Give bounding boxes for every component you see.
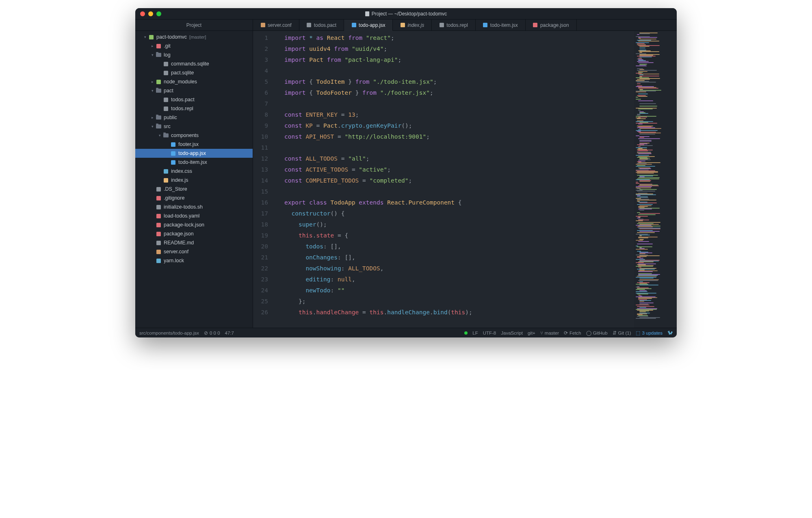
- updates[interactable]: ⬚ 3 updates: [636, 330, 663, 336]
- chevron-icon[interactable]: [150, 258, 155, 263]
- tree-item-package-lock-json[interactable]: package-lock.json: [135, 220, 253, 229]
- chevron-icon[interactable]: [150, 240, 155, 245]
- tree-item-todo-app-jsx[interactable]: todo-app.jsx: [135, 149, 253, 158]
- tree-item-yarn-lock[interactable]: yarn.lock: [135, 256, 253, 265]
- github[interactable]: ◯ GitHub: [586, 330, 608, 336]
- chevron-icon[interactable]: ▸: [150, 115, 155, 120]
- diagnostics[interactable]: ⊘ 0 0 0: [204, 330, 220, 336]
- tree-item-components[interactable]: ▾components: [135, 131, 253, 140]
- chevron-icon[interactable]: [165, 142, 169, 147]
- tree-item-server-conf[interactable]: server.conf: [135, 247, 253, 256]
- tree-item-index-js[interactable]: index.js: [135, 176, 253, 185]
- tree-item-todos-repl[interactable]: todos.repl: [135, 104, 253, 113]
- tree-item-initialize-todos-sh[interactable]: initialize-todos.sh: [135, 202, 253, 211]
- tab-server-conf[interactable]: server.conf: [253, 20, 299, 30]
- tab-todo-item-jsx[interactable]: todo-item.jsx: [476, 20, 526, 30]
- tree-item-commands-sqlite[interactable]: commands.sqlite: [135, 59, 253, 68]
- clean-status[interactable]: [464, 331, 468, 335]
- chevron-icon[interactable]: [157, 106, 162, 111]
- zoom-window-button[interactable]: [156, 11, 161, 16]
- branch-icon: ⑂: [540, 331, 543, 335]
- code[interactable]: import * as React from "react";import uu…: [275, 31, 634, 328]
- tree-item--gitignore[interactable]: .gitignore: [135, 194, 253, 202]
- chevron-icon[interactable]: ▾: [150, 52, 155, 57]
- language[interactable]: JavaScript: [501, 331, 523, 335]
- squirrel-icon[interactable]: 🐿: [667, 330, 673, 336]
- chevron-icon[interactable]: ▸: [150, 44, 155, 48]
- json-icon: [156, 222, 161, 228]
- encoding[interactable]: UTF-8: [483, 331, 496, 335]
- tree-item-label: todos.pact: [171, 97, 195, 102]
- tree-item-index-css[interactable]: index.css: [135, 167, 253, 176]
- conf-icon: [260, 23, 265, 28]
- tree-item-todos-pact[interactable]: todos.pact: [135, 95, 253, 104]
- tree-item-footer-jsx[interactable]: footer.jsx: [135, 140, 253, 149]
- tree-item-node-modules[interactable]: ▸node_modules: [135, 77, 253, 86]
- tab-index-js[interactable]: index.js: [393, 20, 432, 30]
- tree-item-package-json[interactable]: package.json: [135, 229, 253, 238]
- tabs[interactable]: server.conftodos.pacttodo-app.jsxindex.j…: [253, 20, 677, 31]
- chevron-icon[interactable]: [157, 169, 162, 174]
- yaml-icon: [156, 213, 161, 219]
- jsx-icon: [170, 141, 176, 147]
- close-window-button[interactable]: [140, 11, 145, 16]
- chevron-icon[interactable]: [165, 151, 169, 156]
- tree-item-label: log: [164, 52, 171, 58]
- tree-item-readme-md[interactable]: README.md: [135, 238, 253, 247]
- chevron-down-icon[interactable]: ▾: [143, 35, 147, 39]
- file-icon: [307, 23, 312, 28]
- tree-item--ds-store[interactable]: .DS_Store: [135, 185, 253, 194]
- tree-item-todo-item-jsx[interactable]: todo-item.jsx: [135, 158, 253, 167]
- tab-package-json[interactable]: package.json: [526, 20, 577, 30]
- tree-item-src[interactable]: ▾src: [135, 122, 253, 131]
- tab-label: todos.pact: [314, 22, 336, 28]
- chevron-icon[interactable]: ▾: [150, 88, 155, 93]
- cursor-position[interactable]: 47:7: [225, 331, 234, 335]
- tree-root[interactable]: ▾ pact-todomvc [master]: [135, 33, 253, 41]
- chevron-icon[interactable]: [157, 97, 162, 102]
- chevron-icon[interactable]: [157, 61, 162, 66]
- editor[interactable]: 1234567891011121314151617181920212223242…: [253, 31, 677, 328]
- chevron-icon[interactable]: [150, 249, 155, 254]
- tree-item-pact[interactable]: ▾pact: [135, 86, 253, 95]
- file-path[interactable]: src/components/todo-app.jsx: [139, 331, 199, 335]
- tree-item-load-todos-yaml[interactable]: load-todos.yaml: [135, 211, 253, 220]
- chevron-icon[interactable]: [157, 178, 162, 183]
- chevron-icon[interactable]: [150, 231, 155, 236]
- tree-item-log[interactable]: ▾log: [135, 50, 253, 59]
- yarn-icon: [156, 258, 161, 263]
- chevron-icon[interactable]: [150, 205, 155, 209]
- chevron-icon[interactable]: ▾: [150, 124, 155, 129]
- chevron-icon[interactable]: [150, 196, 155, 200]
- minimize-window-button[interactable]: [148, 11, 153, 16]
- tree-item-public[interactable]: ▸public: [135, 113, 253, 122]
- chevron-icon[interactable]: ▾: [157, 133, 162, 138]
- chevron-icon[interactable]: [157, 70, 162, 75]
- tab-todo-app-jsx[interactable]: todo-app.jsx: [344, 20, 393, 31]
- tab-todos-repl[interactable]: todos.repl: [432, 20, 476, 30]
- chevron-icon[interactable]: [165, 160, 169, 165]
- tree-item-label: yarn.lock: [164, 258, 184, 263]
- chevron-icon[interactable]: [150, 187, 155, 192]
- titlebar[interactable]: Project — ~/Desktop/pact-todomvc: [135, 8, 677, 20]
- chevron-icon[interactable]: ▸: [150, 79, 155, 84]
- tab-todos-pact[interactable]: todos.pact: [299, 20, 344, 30]
- tree-root-label: pact-todomvc: [156, 34, 187, 40]
- tree-item-label: todos.repl: [171, 106, 193, 111]
- chevron-icon[interactable]: [150, 222, 155, 227]
- file-tree[interactable]: ▾ pact-todomvc [master] ▸.git▾logcommand…: [135, 31, 253, 328]
- chevron-icon[interactable]: [150, 213, 155, 218]
- tree-item--git[interactable]: ▸.git: [135, 41, 253, 50]
- git-branch[interactable]: ⑂ master: [540, 331, 559, 335]
- minimap[interactable]: [634, 31, 677, 328]
- tree-item-label: public: [164, 115, 177, 120]
- folder-icon: [156, 115, 161, 120]
- json-icon: [533, 23, 538, 28]
- git-plus[interactable]: git+: [528, 331, 535, 335]
- js-icon: [163, 177, 169, 183]
- line-ending[interactable]: LF: [472, 331, 478, 335]
- fetch[interactable]: ⟳ Fetch: [564, 330, 581, 336]
- tree-item-pact-sqlite[interactable]: pact.sqlite: [135, 68, 253, 77]
- tree-item-label: index.css: [171, 168, 192, 174]
- git-count[interactable]: ⇵ Git (1): [613, 330, 631, 336]
